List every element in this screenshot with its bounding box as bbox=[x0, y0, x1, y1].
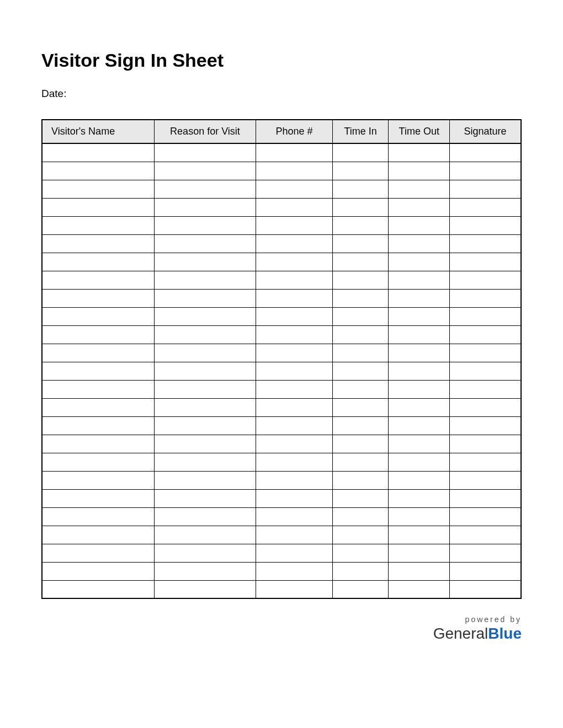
table-row bbox=[42, 544, 521, 562]
table-cell bbox=[42, 507, 154, 526]
table-cell bbox=[389, 562, 450, 580]
table-cell bbox=[42, 216, 154, 234]
column-header-phone: Phone # bbox=[256, 120, 333, 143]
table-cell bbox=[389, 580, 450, 598]
table-cell bbox=[256, 234, 333, 253]
table-cell bbox=[450, 234, 521, 253]
table-cell bbox=[450, 344, 521, 362]
table-cell bbox=[450, 180, 521, 198]
table-row bbox=[42, 435, 521, 453]
table-cell bbox=[332, 380, 389, 398]
table-cell bbox=[154, 162, 256, 180]
table-cell bbox=[256, 526, 333, 544]
table-cell bbox=[42, 435, 154, 453]
table-cell bbox=[389, 453, 450, 471]
table-cell bbox=[389, 198, 450, 216]
table-cell bbox=[154, 271, 256, 289]
table-cell bbox=[389, 234, 450, 253]
table-cell bbox=[450, 489, 521, 507]
table-cell bbox=[450, 562, 521, 580]
table-cell bbox=[154, 489, 256, 507]
table-row bbox=[42, 325, 521, 344]
table-cell bbox=[256, 435, 333, 453]
table-cell bbox=[389, 216, 450, 234]
table-row bbox=[42, 344, 521, 362]
table-cell bbox=[389, 362, 450, 380]
table-cell bbox=[332, 307, 389, 325]
table-cell bbox=[154, 307, 256, 325]
column-header-name: Visitor's Name bbox=[42, 120, 154, 143]
table-cell bbox=[450, 544, 521, 562]
table-cell bbox=[256, 344, 333, 362]
brand-part1: General bbox=[433, 625, 488, 642]
table-cell bbox=[389, 398, 450, 416]
table-cell bbox=[42, 362, 154, 380]
table-row bbox=[42, 271, 521, 289]
table-cell bbox=[332, 289, 389, 307]
table-cell bbox=[256, 489, 333, 507]
table-cell bbox=[154, 325, 256, 344]
table-row bbox=[42, 362, 521, 380]
date-label: Date: bbox=[41, 88, 522, 100]
table-cell bbox=[332, 271, 389, 289]
table-cell bbox=[256, 198, 333, 216]
table-cell bbox=[154, 362, 256, 380]
table-cell bbox=[42, 471, 154, 489]
table-cell bbox=[450, 143, 521, 162]
table-row bbox=[42, 143, 521, 162]
table-cell bbox=[450, 253, 521, 271]
table-cell bbox=[154, 143, 256, 162]
table-cell bbox=[154, 289, 256, 307]
table-cell bbox=[450, 580, 521, 598]
table-cell bbox=[450, 471, 521, 489]
table-cell bbox=[256, 380, 333, 398]
table-cell bbox=[256, 325, 333, 344]
table-cell bbox=[42, 398, 154, 416]
table-cell bbox=[332, 435, 389, 453]
table-cell bbox=[256, 544, 333, 562]
table-cell bbox=[256, 289, 333, 307]
table-cell bbox=[450, 398, 521, 416]
table-cell bbox=[42, 253, 154, 271]
table-row bbox=[42, 307, 521, 325]
table-cell bbox=[332, 416, 389, 435]
table-cell bbox=[389, 289, 450, 307]
table-cell bbox=[42, 453, 154, 471]
table-row bbox=[42, 198, 521, 216]
table-cell bbox=[256, 271, 333, 289]
table-cell bbox=[389, 325, 450, 344]
column-header-reason: Reason for Visit bbox=[154, 120, 256, 143]
table-cell bbox=[389, 253, 450, 271]
table-cell bbox=[154, 453, 256, 471]
table-row bbox=[42, 216, 521, 234]
table-cell bbox=[154, 253, 256, 271]
table-cell bbox=[42, 198, 154, 216]
table-cell bbox=[389, 307, 450, 325]
table-cell bbox=[42, 271, 154, 289]
table-cell bbox=[332, 526, 389, 544]
table-cell bbox=[389, 416, 450, 435]
table-cell bbox=[42, 526, 154, 544]
table-cell bbox=[332, 453, 389, 471]
table-cell bbox=[256, 180, 333, 198]
table-cell bbox=[332, 234, 389, 253]
table-cell bbox=[256, 580, 333, 598]
table-cell bbox=[256, 398, 333, 416]
table-cell bbox=[450, 435, 521, 453]
table-cell bbox=[450, 526, 521, 544]
table-cell bbox=[332, 143, 389, 162]
powered-by-label: powered by bbox=[433, 615, 522, 624]
table-cell bbox=[256, 416, 333, 435]
table-cell bbox=[256, 143, 333, 162]
table-row bbox=[42, 180, 521, 198]
table-row bbox=[42, 580, 521, 598]
table-cell bbox=[42, 234, 154, 253]
table-cell bbox=[450, 362, 521, 380]
table-cell bbox=[42, 416, 154, 435]
table-cell bbox=[42, 544, 154, 562]
column-header-time-out: Time Out bbox=[389, 120, 450, 143]
table-row bbox=[42, 380, 521, 398]
table-cell bbox=[256, 562, 333, 580]
table-cell bbox=[154, 398, 256, 416]
table-cell bbox=[389, 471, 450, 489]
